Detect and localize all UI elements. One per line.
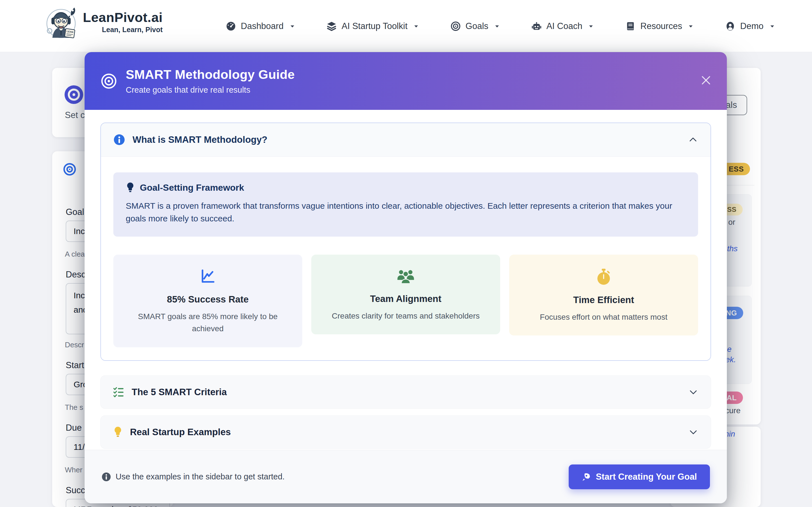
stat-desc: SMART goals are 85% more likely to be ac… <box>137 311 278 335</box>
description-label: Desc <box>66 270 86 280</box>
chevron-down-icon <box>289 23 296 29</box>
chevron-down-icon <box>413 23 419 29</box>
layers-icon <box>326 21 337 32</box>
framework-body: SMART is a proven framework that transfo… <box>126 200 686 225</box>
brand-tagline: Lean, Learn, Pivot <box>102 25 163 34</box>
modal-title: SMART Methodology Guide <box>126 67 295 82</box>
stat-card-success-rate: 85% Success Rate SMART goals are 85% mor… <box>113 255 302 347</box>
lightbulb-icon <box>113 426 123 438</box>
intro-card-text: Set c <box>65 110 85 120</box>
nav-item-ai-coach[interactable]: AI Coach <box>531 21 594 32</box>
nav-label: Dashboard <box>241 21 284 31</box>
nav-label: Demo <box>740 21 763 31</box>
smart-guide-modal: SMART Methodology Guide Create goals tha… <box>85 52 727 503</box>
brand[interactable]: LEAN LeanPivot.ai Lean, Learn, Pivot <box>45 3 163 40</box>
start-label: Start <box>66 360 84 371</box>
nav-label: AI Coach <box>546 21 582 31</box>
chevron-down-icon <box>688 387 698 397</box>
nav-item-dashboard[interactable]: Dashboard <box>225 21 296 32</box>
stat-desc: Focuses effort on what matters most <box>520 311 687 323</box>
top-nav: LEAN LeanPivot.ai Lean, Learn, Pivot <box>0 0 812 52</box>
chevron-down-icon <box>588 23 594 29</box>
accordion-header[interactable]: What is SMART Methodology? <box>101 123 711 156</box>
start-creating-goal-button[interactable]: Start Creating Your Goal <box>569 464 710 489</box>
accordion-title: What is SMART Methodology? <box>133 134 267 145</box>
chevron-down-icon <box>494 23 500 29</box>
book-icon <box>625 21 636 32</box>
success-label: Succ <box>66 485 85 496</box>
nav-label: AI Startup Toolkit <box>342 21 407 31</box>
chevron-down-icon <box>769 23 775 29</box>
nav-label: Resources <box>640 21 682 31</box>
chevron-down-icon <box>688 427 698 437</box>
accordion-title: The 5 SMART Criteria <box>132 387 227 397</box>
start-helper: The s <box>65 403 83 412</box>
close-button[interactable] <box>698 72 714 89</box>
accordion-content: Goal-Setting Framework SMART is a proven… <box>101 156 711 360</box>
example-link[interactable]: ths <box>727 244 738 253</box>
stat-card-time-efficient: Time Efficient Focuses effort on what ma… <box>509 255 698 335</box>
checklist-icon <box>113 386 124 398</box>
app-root: LEAN LeanPivot.ai Lean, Learn, Pivot <box>0 0 812 507</box>
stats-row: 85% Success Rate SMART goals are 85% mor… <box>113 255 698 347</box>
lightbulb-icon <box>126 182 135 193</box>
modal-header-text: SMART Methodology Guide Create goals tha… <box>126 67 295 95</box>
gauge-icon <box>225 21 236 32</box>
example-link[interactable]: ek. <box>725 355 736 364</box>
rocket-icon <box>581 472 591 482</box>
due-helper: Wher <box>65 466 82 474</box>
brand-title: LeanPivot.ai <box>83 10 163 25</box>
description-helper: Descr <box>65 341 84 349</box>
robot-icon <box>531 21 542 32</box>
accordion-smart-criteria[interactable]: The 5 SMART Criteria <box>100 376 711 409</box>
target-outline-icon <box>63 163 77 176</box>
due-label: Due <box>66 423 82 433</box>
stat-card-team-alignment: Team Alignment Creates clarity for teams… <box>311 255 500 334</box>
modal-header: SMART Methodology Guide Create goals tha… <box>85 52 727 110</box>
example-text: cure <box>725 406 741 415</box>
nav-item-resources[interactable]: Resources <box>625 21 694 32</box>
nav-item-toolkit[interactable]: AI Startup Toolkit <box>326 21 419 32</box>
target-icon <box>450 21 461 32</box>
example-link[interactable]: e <box>727 345 732 354</box>
framework-callout: Goal-Setting Framework SMART is a proven… <box>113 172 698 237</box>
stat-title: 85% Success Rate <box>124 294 291 305</box>
target-icon <box>100 73 117 90</box>
framework-title: Goal-Setting Framework <box>140 182 244 193</box>
user-icon <box>725 21 735 32</box>
accordion-what-is-smart: What is SMART Methodology? <box>100 122 711 361</box>
cta-label: Start Creating Your Goal <box>596 472 697 482</box>
framework-title-row: Goal-Setting Framework <box>126 182 686 193</box>
chevron-down-icon <box>688 23 694 29</box>
stat-title: Time Efficient <box>520 295 687 305</box>
users-icon <box>396 268 415 284</box>
stat-desc: Creates clarity for teams and stakeholde… <box>322 310 489 322</box>
nav-item-demo[interactable]: Demo <box>725 21 775 32</box>
nav-label: Goals <box>465 21 488 31</box>
brand-text: LeanPivot.ai Lean, Learn, Pivot <box>83 10 163 34</box>
chevron-up-icon <box>688 135 698 145</box>
goal-helper: A clea <box>65 250 85 259</box>
target-filled-icon <box>64 85 84 105</box>
nav-menu: Dashboard AI Startup Toolkit Goals <box>225 0 775 52</box>
info-icon <box>101 472 111 482</box>
footer-note-text: Use the examples in the sidebar to get s… <box>116 472 285 482</box>
close-icon <box>700 74 712 86</box>
nav-item-goals[interactable]: Goals <box>450 21 500 32</box>
brand-logo-illustration: LEAN <box>45 3 79 40</box>
chart-line-icon <box>199 268 216 285</box>
stopwatch-icon <box>596 268 611 286</box>
example-text: or <box>728 218 735 227</box>
modal-subtitle: Create goals that drive real results <box>126 86 295 95</box>
accordion-startup-examples[interactable]: Real Startup Examples <box>100 415 711 449</box>
stat-title: Team Alignment <box>322 293 489 304</box>
footer-note: Use the examples in the sidebar to get s… <box>101 472 285 482</box>
modal-body: What is SMART Methodology? <box>85 110 727 450</box>
info-icon <box>113 134 125 146</box>
goal-label: Goal <box>66 207 84 217</box>
accordion-title: Real Startup Examples <box>130 427 231 438</box>
modal-footer: Use the examples in the sidebar to get s… <box>85 450 727 503</box>
